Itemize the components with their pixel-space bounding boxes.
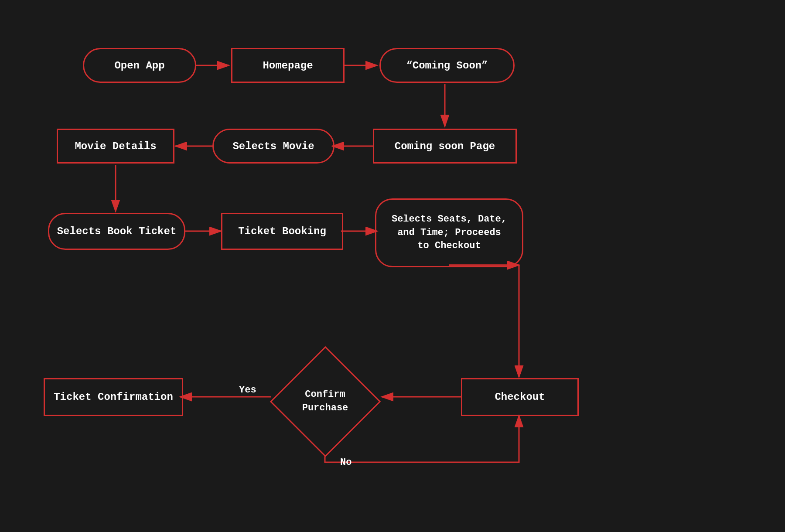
selects-seats-node: Selects Seats, Date, and Time; Proceeds … (375, 198, 523, 267)
coming-soon-page-node: Coming soon Page (373, 129, 517, 164)
flowchart-canvas: Yes No Open App Homepage “Coming Soon” C… (0, 0, 785, 532)
ticket-booking-node: Ticket Booking (221, 213, 343, 250)
yes-label: Yes (239, 385, 256, 396)
selects-movie-node: Selects Movie (212, 129, 334, 164)
selects-book-ticket-node: Selects Book Ticket (48, 213, 185, 250)
confirm-purchase-wrapper: ConfirmPurchase (270, 346, 381, 457)
no-label: No (340, 457, 352, 468)
ticket-confirmation-node: Ticket Confirmation (44, 378, 183, 416)
open-app-node: Open App (83, 48, 196, 83)
confirm-purchase-label: ConfirmPurchase (302, 388, 348, 415)
checkout-node: Checkout (461, 378, 579, 416)
homepage-node: Homepage (231, 48, 345, 83)
coming-soon-tab-node: “Coming Soon” (379, 48, 515, 83)
movie-details-node: Movie Details (57, 129, 174, 164)
